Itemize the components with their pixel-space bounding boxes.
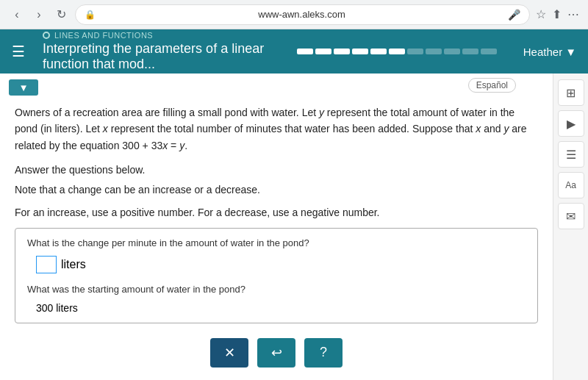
progress-seg-7 xyxy=(407,49,423,54)
header-subtitle: LINES AND FUNCTIONS xyxy=(43,31,282,40)
header-content: LINES AND FUNCTIONS Interpreting the par… xyxy=(37,31,282,72)
q1-unit: liters xyxy=(61,258,86,271)
progress-seg-2 xyxy=(315,49,331,54)
user-chevron-icon: ▼ xyxy=(565,46,576,58)
espanol-button[interactable]: Español xyxy=(468,78,516,93)
text-button[interactable]: Aa xyxy=(558,172,584,198)
answer-intro: Answer the questions below. xyxy=(15,164,538,176)
more-button[interactable]: ⋯ xyxy=(567,7,579,21)
lock-icon: 🔒 xyxy=(85,10,96,20)
browser-actions: ☆ ⬆ ⋯ xyxy=(536,7,579,21)
help-button[interactable]: ? xyxy=(304,338,343,368)
notes-area: Note that a change can be an increase or… xyxy=(0,180,553,221)
dropdown-icon: ▼ xyxy=(18,82,28,93)
progress-seg-3 xyxy=(334,49,350,54)
action-buttons: ✕ ↩ ? xyxy=(0,331,553,373)
progress-seg-6 xyxy=(389,49,405,54)
problem-paragraph: Owners of a recreation area are filling … xyxy=(15,104,538,154)
progress-seg-5 xyxy=(370,49,387,54)
note2: For an increase, use a positive number. … xyxy=(15,204,538,221)
app-header: ☰ LINES AND FUNCTIONS Interpreting the p… xyxy=(0,29,588,74)
browser-chrome: ‹ › ↻ 🔒 www-awn.aleks.com 🎤 ☆ ⬆ ⋯ xyxy=(0,0,588,29)
progress-seg-10 xyxy=(462,49,478,54)
problem-text: Owners of a recreation area are filling … xyxy=(0,101,553,154)
progress-seg-9 xyxy=(444,49,460,54)
answer-section: Answer the questions below. xyxy=(0,159,553,180)
menu-button[interactable]: ☰ xyxy=(0,29,37,74)
progress-seg-11 xyxy=(481,49,497,54)
mail-button[interactable]: ✉ xyxy=(558,203,584,229)
header-title: Interpreting the parameters of a linear … xyxy=(43,41,282,72)
q1-answer-row: liters xyxy=(27,256,526,273)
q1-label: What is the change per minute in the amo… xyxy=(27,237,526,248)
calculator-icon: ⊞ xyxy=(566,86,576,100)
undo-button[interactable]: ↩ xyxy=(257,338,295,368)
user-name: Heather xyxy=(523,46,562,58)
forward-button[interactable]: › xyxy=(31,7,47,23)
right-sidebar: ⊞ ▶ ☰ Aa ✉ xyxy=(553,74,588,380)
book-icon: ☰ xyxy=(566,148,576,162)
progress-seg-4 xyxy=(352,49,368,54)
progress-seg-8 xyxy=(426,49,442,54)
mic-icon: 🎤 xyxy=(508,9,520,21)
q2-answer: 300 liters xyxy=(27,302,526,314)
text-icon: Aa xyxy=(565,180,576,190)
back-button[interactable]: ‹ xyxy=(9,7,25,23)
book-button[interactable]: ☰ xyxy=(558,141,584,168)
menu-icon: ☰ xyxy=(12,43,25,60)
mail-icon: ✉ xyxy=(566,209,576,223)
user-menu[interactable]: Heather ▼ xyxy=(512,46,588,58)
main-container: Español ▼ Owners of a recreation area ar… xyxy=(0,74,588,380)
video-icon: ▶ xyxy=(567,117,576,131)
refresh-button[interactable]: ↻ xyxy=(53,7,69,23)
q2-label: What was the starting amount of water in… xyxy=(27,284,526,295)
progress-bar xyxy=(282,49,512,54)
star-button[interactable]: ☆ xyxy=(536,7,546,21)
content-area: Español ▼ Owners of a recreation area ar… xyxy=(0,74,553,380)
address-bar[interactable]: 🔒 www-awn.aleks.com 🎤 xyxy=(75,4,530,25)
url-text: www-awn.aleks.com xyxy=(100,9,503,20)
circle-icon xyxy=(43,32,50,39)
share-button[interactable]: ⬆ xyxy=(552,7,562,21)
progress-seg-1 xyxy=(297,49,313,54)
question-box: What is the change per minute in the amo… xyxy=(15,228,538,323)
note1: Note that a change can be an increase or… xyxy=(15,182,538,198)
clear-button[interactable]: ✕ xyxy=(210,338,248,368)
calculator-button[interactable]: ⊞ xyxy=(558,79,584,106)
q1-input[interactable] xyxy=(36,256,57,273)
video-button[interactable]: ▶ xyxy=(558,110,584,137)
dropdown-button[interactable]: ▼ xyxy=(9,79,38,96)
